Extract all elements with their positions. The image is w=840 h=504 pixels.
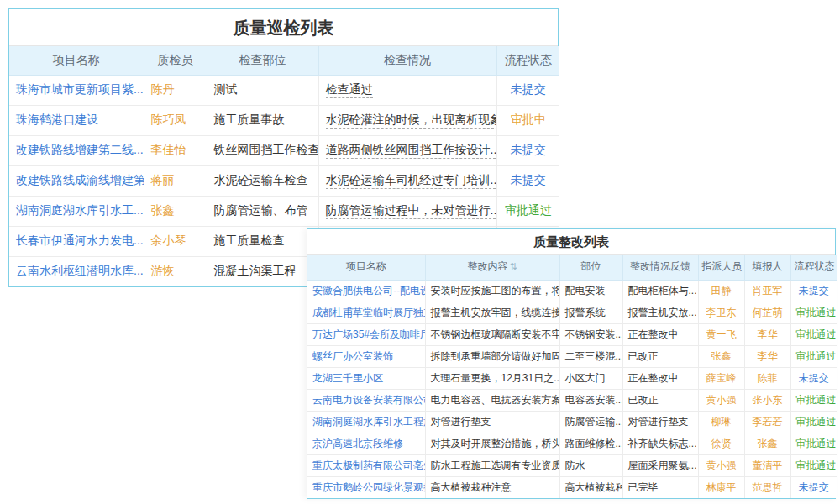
reporter-name: 张鑫 (758, 438, 778, 449)
project-name-link[interactable]: 改建铁路线增建第二线... (16, 143, 144, 156)
rectify-table-title: 质量整改列表 (307, 229, 835, 255)
inspection-part: 混凝土沟渠工程 (214, 264, 297, 277)
rectify-part-cell: 路面维修检... (559, 433, 622, 454)
status-badge-cell: 未提交 (790, 280, 837, 302)
project-name-link[interactable]: 重庆市鹅岭公园绿化景观提升... (312, 481, 425, 493)
project-name-link[interactable]: 龙湖三千里小区 (312, 372, 383, 384)
rectify-feedback: 已完毕 (628, 481, 659, 493)
project-name-link[interactable]: 珠海市城市更新项目紫... (16, 82, 144, 96)
project-name-link-cell: 重庆太极制药有限公司亳州中... (307, 454, 425, 476)
project-name-link[interactable]: 湖南洞庭湖水库引水工程施工1标 (312, 416, 425, 428)
inspector-name: 蒋丽 (151, 173, 175, 186)
project-name-link[interactable]: 改建铁路线成渝线增建第... (16, 173, 144, 186)
inspection-table-title: 质量巡检列表 (9, 9, 558, 46)
project-name-link[interactable]: 成都杜甫草堂临时展厅独立展... (312, 307, 425, 318)
status-badge-cell: 审批通过 (790, 433, 837, 454)
page-canvas: 质量巡检列表 项目名称 质检员 检查部位 检查情况 流程状态 珠海市城市更新项目… (0, 0, 840, 504)
status-badge: 审批通过 (796, 438, 837, 449)
status-badge-cell: 审批通过 (496, 196, 559, 226)
assignee-name: 李卫东 (706, 307, 737, 318)
status-badge-cell: 审批通过 (790, 302, 837, 323)
inspector-name: 余小琴 (151, 234, 186, 247)
inspector-name-cell: 李佳怡 (144, 135, 207, 165)
project-name-link-cell: 长春市伊通河水力发电... (9, 226, 144, 256)
project-name-link-cell: 螺丝厂办公室装饰 (307, 345, 425, 367)
status-badge: 未提交 (799, 481, 829, 493)
col-header-status: 流程状态 (496, 46, 559, 75)
rectify-content: 电力电容器、电抗器安装方案... (431, 394, 560, 406)
table-row: 改建铁路线增建第二线...李佳怡铁丝网围挡工作检查道路两侧铁丝网围挡工作按设计.… (9, 135, 559, 165)
reporter-name-cell: 董清平 (744, 454, 790, 476)
project-name-link[interactable]: 珠海鹤港口建设 (16, 113, 98, 126)
inspector-name-cell: 陈丹 (144, 75, 207, 105)
reporter-name: 陈菲 (758, 372, 778, 384)
rectify-content-cell: 对管进行垫支 (425, 411, 559, 433)
project-name-link[interactable]: 万达广场35#会所及咖啡厅空... (312, 328, 425, 340)
project-name-link[interactable]: 长春市伊通河水力发电... (16, 234, 144, 247)
project-name-link[interactable]: 重庆太极制药有限公司亳州中... (312, 459, 425, 471)
rectify-content: 不锈钢边框玻璃隔断安装不牢... (431, 328, 560, 340)
rectify-content: 防水工程施工选调有专业资质... (431, 459, 560, 471)
assignee-name: 田静 (711, 285, 732, 297)
table-row: 京沪高速北京段维修对其及时开展整治措施，桥头...路面维修检...补齐缺失标志.… (307, 433, 837, 454)
reporter-name: 李华 (758, 328, 778, 340)
table-row: 湖南洞庭湖水库引水工...张鑫防腐管运输、布管防腐管运输过程中，未对管进行...… (9, 196, 559, 226)
rectify-part-cell: 二至三楼混... (559, 345, 622, 367)
rectify-feedback: 已改正 (628, 394, 659, 406)
reporter-name-cell: 何芷萌 (744, 302, 790, 323)
assignee-name-cell: 柳琳 (698, 411, 744, 433)
project-name-link[interactable]: 云南电力设备安装有限公司20... (312, 394, 425, 406)
project-name-link[interactable]: 云南水利枢纽潜明水库... (16, 264, 144, 277)
inspection-situation-cell: 防腐管运输过程中，未对管进行... (318, 196, 496, 226)
inspector-name-cell: 余小琴 (144, 226, 207, 256)
project-name-link-cell: 改建铁路线增建第二线... (9, 135, 144, 165)
project-name-link-cell: 万达广场35#会所及咖啡厅空... (307, 323, 425, 345)
project-name-link-cell: 龙湖三千里小区 (307, 367, 425, 389)
inspection-situation-cell: 水泥砼运输车司机经过专门培训... (318, 165, 496, 196)
reporter-name-cell: 李华 (744, 345, 790, 367)
project-name-link-cell: 京沪高速北京段维修 (307, 433, 425, 454)
status-badge-cell: 审批通过 (790, 454, 837, 476)
table-row: 螺丝厂办公室装饰拆除到承重墙部分请做好加固...二至三楼混...已改正张鑫李华审… (307, 345, 837, 367)
col-header-situation: 检查情况 (318, 46, 496, 75)
rectify-part-cell: 小区大门 (559, 367, 622, 389)
reporter-name-cell: 张鑫 (744, 433, 790, 454)
reporter-name: 张小东 (753, 394, 783, 406)
reporter-name-cell: 肖亚军 (744, 280, 790, 302)
col-header-content-sortable[interactable]: 整改内容⇅ (425, 255, 559, 280)
rectify-content: 对管进行垫支 (431, 416, 491, 428)
rectify-feedback-cell: 报警主机安放... (622, 302, 698, 323)
project-name-link[interactable]: 京沪高速北京段维修 (312, 438, 403, 449)
project-name-link[interactable]: 安徽合肥供电公司--配电设备... (312, 285, 425, 297)
inspection-part: 施工质量检查 (214, 234, 285, 247)
status-badge: 审批中 (511, 113, 546, 126)
status-badge-cell: 审批通过 (790, 411, 837, 433)
assignee-name-cell: 李卫东 (698, 302, 744, 323)
inspection-part: 防腐管运输、布管 (214, 203, 308, 217)
project-name-link[interactable]: 湖南洞庭湖水库引水工... (16, 203, 144, 217)
project-name-link-cell: 珠海鹤港口建设 (9, 105, 144, 135)
reporter-name: 肖亚军 (753, 285, 783, 297)
table-row: 重庆太极制药有限公司亳州中...防水工程施工选调有专业资质...防水屋面采用聚氨… (307, 454, 837, 476)
status-badge: 审批通过 (796, 307, 837, 318)
inspection-situation: 水泥砼运输车司机经过专门培训... (326, 173, 497, 189)
status-badge: 审批通过 (796, 328, 837, 340)
rectify-feedback-cell: 补齐缺失标志... (622, 433, 698, 454)
status-badge-cell: 未提交 (496, 165, 559, 196)
rectify-feedback-cell: 对管进行垫支 (622, 411, 698, 433)
assignee-name-cell: 田静 (698, 280, 744, 302)
rectify-part-cell: 报警系统 (559, 302, 622, 323)
project-name-link[interactable]: 螺丝厂办公室装饰 (312, 350, 393, 362)
table-row: 改建铁路线成渝线增建第...蒋丽水泥砼运输车检查水泥砼运输车司机经过专门培训..… (9, 165, 559, 196)
project-name-link-cell: 湖南洞庭湖水库引水工... (9, 196, 144, 226)
sort-icon[interactable]: ⇅ (509, 261, 517, 271)
inspector-name-cell: 张鑫 (144, 196, 207, 226)
rectify-part: 报警系统 (565, 307, 606, 318)
assignee-name: 黄小强 (706, 394, 737, 406)
inspector-name: 陈巧凤 (151, 113, 186, 126)
status-badge: 未提交 (511, 143, 546, 156)
rectify-feedback: 已改正 (628, 350, 659, 362)
assignee-name: 黄小强 (706, 459, 737, 471)
inspection-part: 测试 (214, 82, 238, 96)
rectify-content: 高大植被栽种注意 (431, 481, 512, 493)
